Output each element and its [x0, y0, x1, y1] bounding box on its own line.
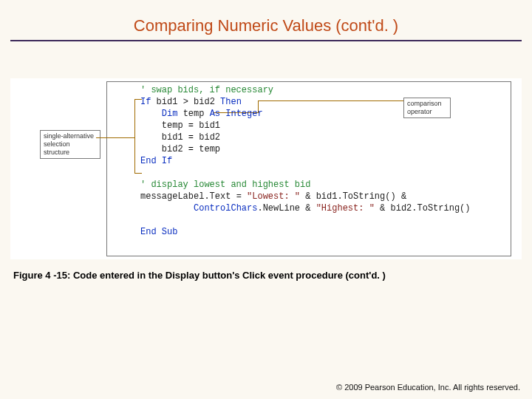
connector: [134, 99, 135, 173]
kw-endif: End If: [140, 156, 172, 166]
kw-dim: Dim: [162, 109, 178, 119]
kw-then: Then: [220, 97, 242, 107]
connector: [96, 137, 134, 138]
kw-as: As: [210, 109, 220, 119]
slide-title: Comparing Numeric Values (cont'd. ): [10, 16, 522, 35]
copyright-symbol: ©: [336, 383, 342, 392]
figure-panel: single-alternative selection structure c…: [10, 78, 522, 259]
code-comment: ' swap bids, if necessary: [140, 85, 273, 95]
slide-body: Comparing Numeric Values (cont'd. ) sing…: [0, 0, 532, 399]
code-comment: ' display lowest and highest bid: [140, 180, 310, 190]
kw-if: If: [140, 97, 151, 107]
title-underline: [10, 40, 522, 41]
kw-endsub: End Sub: [140, 227, 177, 237]
callout-selection-structure: single-alternative selection structure: [40, 130, 100, 159]
figure-caption: Figure 4 -15: Code entered in the Displa…: [13, 270, 522, 281]
code-listing: ' swap bids, if necessary If bid1 > bid2…: [140, 84, 471, 238]
footer-copyright: © 2009 Pearson Education, Inc. All right…: [336, 383, 520, 392]
